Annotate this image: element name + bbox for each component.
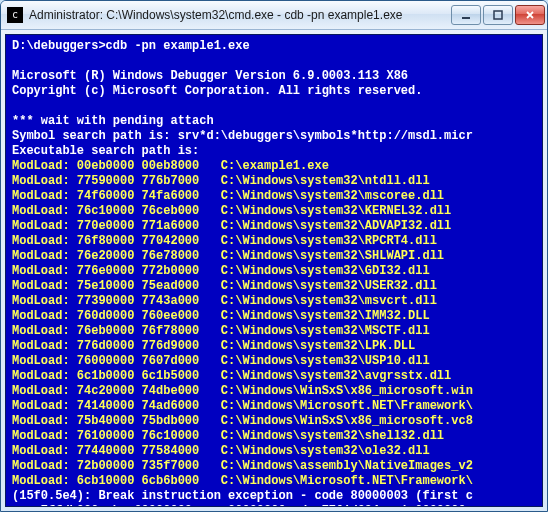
svg-rect-1 xyxy=(494,11,502,19)
modload-line: ModLoad: 76eb0000 76f78000 C:\Windows\sy… xyxy=(12,324,430,338)
modload-line: ModLoad: 776d0000 776d9000 C:\Windows\sy… xyxy=(12,339,415,353)
minimize-button[interactable] xyxy=(451,5,481,25)
modload-line: ModLoad: 75b40000 75bdb000 C:\Windows\Wi… xyxy=(12,414,473,428)
modload-line: ModLoad: 74f60000 74fa6000 C:\Windows\sy… xyxy=(12,189,444,203)
modload-line: ModLoad: 6cb10000 6cb6b000 C:\Windows\Mi… xyxy=(12,474,473,488)
console-output[interactable]: D:\debuggers>cdb -pn example1.exe Micros… xyxy=(5,34,543,507)
cmd-window: c Administrator: C:\Windows\system32\cmd… xyxy=(0,0,548,512)
banner-line: Copyright (c) Microsoft Corporation. All… xyxy=(12,84,422,98)
banner-line: Microsoft (R) Windows Debugger Version 6… xyxy=(12,69,408,83)
close-button[interactable] xyxy=(515,5,545,25)
modload-line: ModLoad: 6c1b0000 6c1b5000 C:\Windows\sy… xyxy=(12,369,451,383)
modload-line: ModLoad: 77590000 776b7000 C:\Windows\sy… xyxy=(12,174,430,188)
svg-rect-0 xyxy=(462,17,470,19)
window-title: Administrator: C:\Windows\system32\cmd.e… xyxy=(29,8,451,22)
titlebar[interactable]: c Administrator: C:\Windows\system32\cmd… xyxy=(1,1,547,30)
window-controls xyxy=(451,5,545,25)
break-line: (15f0.5e4): Break instruction exception … xyxy=(12,489,473,503)
maximize-button[interactable] xyxy=(483,5,513,25)
wait-line: *** wait with pending attach xyxy=(12,114,214,128)
modload-line: ModLoad: 76000000 7607d000 C:\Windows\sy… xyxy=(12,354,430,368)
exepath-line: Executable search path is: xyxy=(12,144,199,158)
modload-line: ModLoad: 74c20000 74dbe000 C:\Windows\Wi… xyxy=(12,384,473,398)
cmd-icon: c xyxy=(7,7,23,23)
modload-line: ModLoad: 00eb0000 00eb8000 C:\example1.e… xyxy=(12,159,329,173)
modload-line: ModLoad: 77440000 77584000 C:\Windows\sy… xyxy=(12,444,430,458)
modload-line: ModLoad: 77390000 7743a000 C:\Windows\sy… xyxy=(12,294,437,308)
modload-line: ModLoad: 76e20000 76e78000 C:\Windows\sy… xyxy=(12,249,444,263)
modload-line: ModLoad: 72b00000 735f7000 C:\Windows\as… xyxy=(12,459,473,473)
modload-line: ModLoad: 760d0000 760ee000 C:\Windows\sy… xyxy=(12,309,430,323)
modload-line: ModLoad: 776e0000 772b0000 C:\Windows\sy… xyxy=(12,264,430,278)
regs-line: eax=7ffdb000 ebx=00000000 ecx=00000000 e… xyxy=(12,504,466,507)
modload-line: ModLoad: 76c10000 76ceb000 C:\Windows\sy… xyxy=(12,204,451,218)
modload-line: ModLoad: 76f80000 77042000 C:\Windows\sy… xyxy=(12,234,437,248)
modload-line: ModLoad: 74140000 74ad6000 C:\Windows\Mi… xyxy=(12,399,473,413)
prompt-line: D:\debuggers>cdb -pn example1.exe xyxy=(12,39,250,53)
sympath-line: Symbol search path is: srv*d:\debuggers\… xyxy=(12,129,473,143)
modload-line: ModLoad: 76100000 76c10000 C:\Windows\sy… xyxy=(12,429,444,443)
modload-line: ModLoad: 75e10000 75ead000 C:\Windows\sy… xyxy=(12,279,437,293)
modload-line: ModLoad: 770e0000 771a6000 C:\Windows\sy… xyxy=(12,219,451,233)
